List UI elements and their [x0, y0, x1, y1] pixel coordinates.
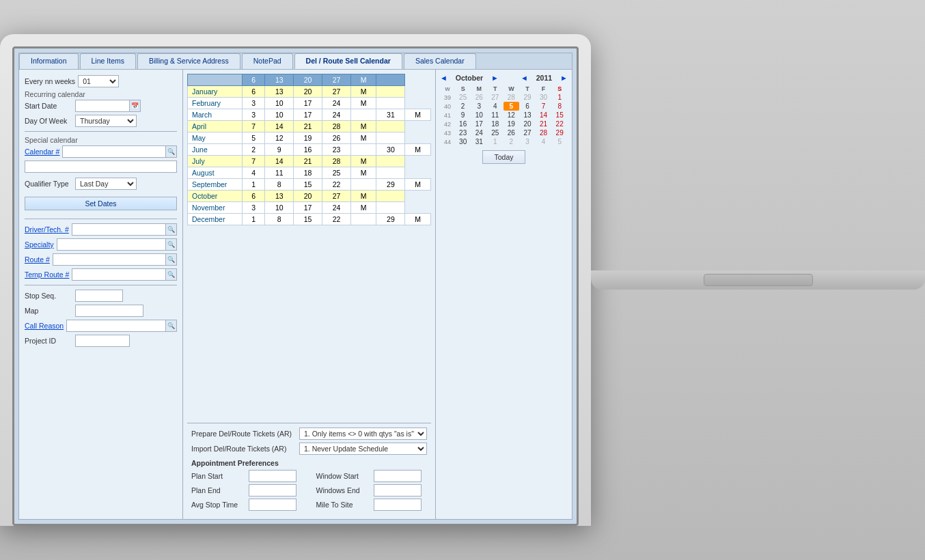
cal-cell[interactable]	[376, 86, 405, 98]
cal-cell[interactable]: 7	[243, 156, 265, 167]
cal-cell[interactable]: 20	[294, 86, 322, 98]
mini-cal-day[interactable]: 5	[551, 137, 568, 146]
cal-cell[interactable]: M	[405, 179, 431, 191]
cal-cell[interactable]: M	[405, 144, 431, 156]
mini-cal-day[interactable]: 13	[519, 111, 536, 120]
route-input[interactable]: 222	[53, 253, 166, 266]
cal-cell[interactable]	[350, 144, 376, 156]
next-year-btn[interactable]: ►	[560, 74, 568, 82]
route-search-icon[interactable]: 🔍	[166, 253, 177, 266]
mini-cal-day[interactable]: 10	[471, 111, 487, 120]
cal-cell[interactable]: 13	[265, 86, 294, 98]
specialty-search-icon[interactable]: 🔍	[166, 238, 177, 251]
cal-cell[interactable]: 11	[265, 167, 294, 179]
cal-cell[interactable]: 6	[243, 86, 265, 98]
cal-cell[interactable]: 18	[294, 167, 322, 179]
avg-stop-input[interactable]: 0	[249, 499, 296, 511]
project-id-input[interactable]	[75, 335, 130, 347]
cal-cell[interactable]: M	[350, 156, 376, 167]
mini-cal-day[interactable]: 27	[519, 128, 536, 137]
temp-route-search-icon[interactable]: 🔍	[166, 268, 177, 281]
cal-cell[interactable]: M	[350, 86, 376, 98]
cal-cell[interactable]: 20	[294, 191, 322, 202]
mini-cal-day[interactable]: 30	[536, 93, 552, 102]
cal-cell[interactable]: 17	[294, 109, 322, 121]
mini-cal-day[interactable]: 31	[471, 137, 487, 146]
driver-tech-input[interactable]: E	[72, 223, 166, 236]
mini-cal-day[interactable]: 2	[455, 102, 471, 111]
cal-cell[interactable]: 24	[322, 98, 351, 109]
cal-cell[interactable]: 26	[322, 132, 351, 144]
specialty-input[interactable]	[57, 238, 166, 251]
cal-cell[interactable]: 10	[265, 202, 294, 214]
mini-cal-day[interactable]: 15	[551, 111, 568, 120]
next-month-btn[interactable]: ►	[491, 74, 499, 82]
temp-route-link[interactable]: Temp Route #	[25, 270, 69, 279]
mini-cal-day[interactable]: 30	[455, 137, 471, 146]
cal-cell[interactable]: 22	[322, 214, 351, 225]
cal-cell[interactable]	[350, 179, 376, 191]
tab-line-items[interactable]: Line Items	[80, 53, 136, 69]
specialty-link[interactable]: Specialty	[25, 240, 54, 249]
mini-cal-day[interactable]: 8	[551, 102, 568, 111]
day-of-week-select[interactable]: Thursday Monday Tuesday Wednesday Friday	[75, 115, 137, 127]
cal-cell[interactable]: M	[350, 98, 376, 109]
temp-route-input[interactable]	[72, 268, 166, 281]
map-input[interactable]	[75, 305, 143, 317]
mini-cal-day[interactable]: 4	[487, 102, 503, 111]
cal-cell[interactable]: 3	[243, 109, 265, 121]
mini-cal-day[interactable]: 24	[471, 128, 487, 137]
qualifier-type-select[interactable]: Last Day First Day Specific Day	[75, 178, 137, 190]
mini-cal-day[interactable]: 14	[536, 111, 552, 120]
mini-cal-day[interactable]: 17	[471, 120, 487, 128]
start-date-calendar-icon[interactable]: 📅	[130, 100, 141, 112]
cal-cell[interactable]: 17	[294, 98, 322, 109]
cal-cell[interactable]: 31	[376, 109, 405, 121]
cal-cell[interactable]	[376, 132, 405, 144]
cal-cell[interactable]: 19	[294, 132, 322, 144]
mini-cal-day[interactable]: 11	[487, 111, 503, 120]
plan-start-input[interactable]: 00:00	[249, 470, 296, 482]
mini-cal-day[interactable]: 16	[455, 120, 471, 128]
tab-billing[interactable]: Billing & Service Address	[137, 53, 240, 69]
mini-cal-day[interactable]: 12	[503, 111, 520, 120]
mini-cal-day[interactable]: 23	[455, 128, 471, 137]
cal-cell[interactable]: 24	[322, 109, 351, 121]
mini-cal-day[interactable]: 4	[536, 137, 552, 146]
cal-cell[interactable]: 2	[243, 144, 265, 156]
cal-cell[interactable]: 23	[322, 144, 351, 156]
mini-cal-day[interactable]: 29	[551, 128, 568, 137]
today-button[interactable]: Today	[482, 150, 525, 164]
cal-cell[interactable]: M	[405, 214, 431, 225]
cal-cell[interactable]	[376, 191, 405, 202]
mini-cal-day[interactable]: 22	[551, 120, 568, 128]
cal-cell[interactable]: 9	[265, 144, 294, 156]
cal-cell[interactable]: 5	[243, 132, 265, 144]
cal-cell[interactable]: 27	[322, 86, 351, 98]
cal-cell[interactable]: 28	[322, 121, 351, 132]
cal-cell[interactable]: 8	[265, 179, 294, 191]
mini-cal-day[interactable]: 2	[503, 137, 520, 146]
cal-cell[interactable]: 25	[322, 167, 351, 179]
cal-cell[interactable]	[376, 121, 405, 132]
cal-cell[interactable]: 6	[243, 191, 265, 202]
windows-end-input[interactable]: 00:00	[374, 484, 422, 496]
cal-cell[interactable]: 1	[243, 179, 265, 191]
cal-cell[interactable]: 3	[243, 202, 265, 214]
mini-cal-day[interactable]: 1	[551, 93, 568, 102]
cal-cell[interactable]: 3	[243, 98, 265, 109]
call-reason-input[interactable]	[66, 320, 166, 332]
cal-cell[interactable]: 29	[376, 179, 405, 191]
prepare-select[interactable]: 1. Only items <> 0 with qtys "as is" 2. …	[299, 428, 427, 440]
every-weeks-select[interactable]: 01	[78, 75, 119, 87]
call-reason-link[interactable]: Call Reason	[25, 322, 64, 330]
prev-year-btn[interactable]: ◄	[521, 74, 528, 82]
cal-cell[interactable]: M	[350, 202, 376, 214]
prev-month-btn[interactable]: ◄	[440, 74, 447, 82]
mini-cal-day[interactable]: 21	[536, 120, 552, 128]
set-dates-button[interactable]: Set Dates	[25, 197, 177, 210]
calendar-text-area[interactable]	[25, 160, 177, 173]
mini-cal-day[interactable]: 20	[519, 120, 536, 128]
cal-cell[interactable]: M	[350, 121, 376, 132]
tab-notepad[interactable]: NotePad	[242, 53, 293, 69]
